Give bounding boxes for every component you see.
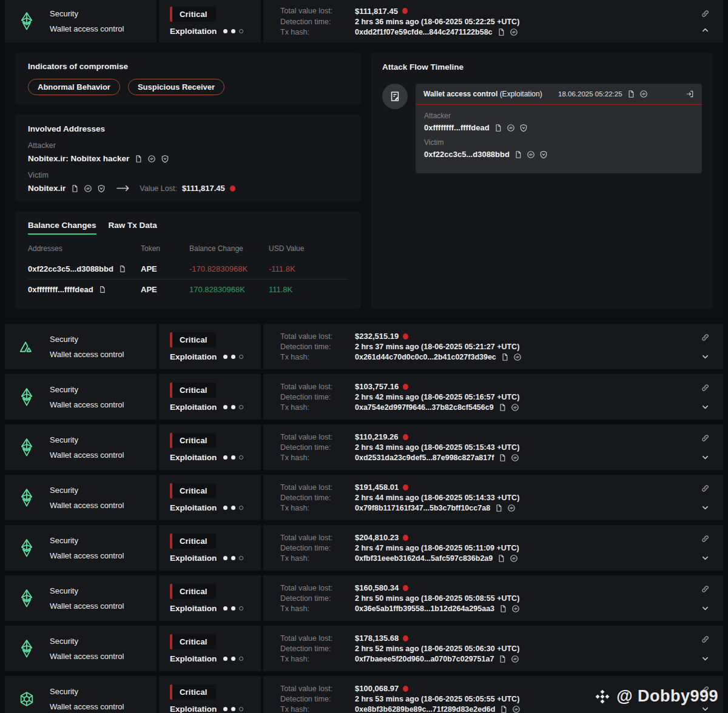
- open-external-icon[interactable]: [686, 90, 694, 98]
- value-lost: $111,817.45: [182, 184, 225, 193]
- copy-icon[interactable]: [498, 655, 507, 663]
- alert-row[interactable]: Security Wallet access control Critical …: [5, 324, 723, 369]
- expand-chevron-icon[interactable]: [701, 604, 710, 613]
- shield-icon[interactable]: [161, 155, 169, 163]
- alert-row[interactable]: Security Wallet access control Critical …: [5, 525, 723, 571]
- victim-name[interactable]: Nobitex.ir: [28, 184, 66, 193]
- copy-icon[interactable]: [70, 184, 79, 193]
- row-address[interactable]: 0xf22cc3c5...d3088bbd: [28, 264, 113, 273]
- severity-label: Critical: [180, 688, 216, 697]
- explorer-icon[interactable]: [84, 184, 92, 193]
- shield-icon[interactable]: [97, 184, 106, 193]
- alert-detail-section: Total value lost: $103,757.16 Detection …: [263, 374, 723, 420]
- expand-chevron-icon[interactable]: [701, 654, 710, 663]
- expand-chevron-icon[interactable]: [701, 554, 710, 563]
- victim-address[interactable]: 0xf22cc3c5...d3088bbd: [424, 150, 510, 159]
- explorer-icon[interactable]: [512, 705, 521, 713]
- permalink-icon[interactable]: [701, 534, 710, 543]
- col-usd-value: USD Value: [269, 244, 348, 253]
- shield-icon[interactable]: [519, 124, 528, 132]
- copy-icon[interactable]: [498, 403, 507, 412]
- copy-icon[interactable]: [134, 155, 143, 163]
- total-value-lost-label: Total value lost:: [280, 634, 355, 643]
- indicators-title: Indicators of compromise: [28, 62, 348, 71]
- ethereum-icon: [18, 488, 35, 507]
- permalink-icon[interactable]: [701, 433, 710, 443]
- total-value-lost-label: Total value lost:: [280, 383, 355, 391]
- tx-hash-label: Tx hash:: [280, 705, 355, 713]
- ethereum-icon: [18, 538, 35, 558]
- explorer-icon[interactable]: [510, 28, 518, 36]
- explorer-icon[interactable]: [639, 90, 648, 98]
- permalink-icon[interactable]: [701, 484, 710, 493]
- alert-title-section: Security Wallet access control: [5, 525, 157, 571]
- alert-severity-section: Critical Exploitation: [159, 374, 261, 420]
- copy-icon[interactable]: [500, 353, 509, 361]
- copy-icon[interactable]: [627, 90, 635, 98]
- alert-title-section: Security Wallet access control: [5, 374, 157, 420]
- stage-dot-hollow: [239, 355, 243, 359]
- explorer-icon[interactable]: [510, 554, 518, 563]
- severity-label: Critical: [180, 537, 216, 546]
- alert-row[interactable]: Security Wallet access control Critical …: [5, 575, 723, 621]
- copy-icon[interactable]: [499, 705, 508, 713]
- copy-icon[interactable]: [494, 504, 503, 512]
- alert-severity-section: Critical Exploitation: [159, 424, 261, 470]
- stage-dot-hollow: [239, 29, 243, 33]
- explorer-icon[interactable]: [511, 655, 519, 663]
- explorer-icon[interactable]: [511, 454, 519, 462]
- alert-row[interactable]: Security Wallet access control Critical …: [5, 626, 723, 671]
- explorer-icon[interactable]: [511, 604, 520, 613]
- attacker-address[interactable]: 0xffffffff...ffffdead: [424, 123, 490, 132]
- total-value-lost: $111,817.45: [355, 7, 398, 16]
- permalink-icon[interactable]: [701, 635, 710, 644]
- expand-chevron-icon[interactable]: [701, 403, 710, 412]
- permalink-icon[interactable]: [701, 333, 710, 342]
- permalink-icon[interactable]: [701, 9, 710, 18]
- copy-icon[interactable]: [498, 454, 507, 462]
- stage-label: Exploitation: [170, 654, 217, 663]
- stage-dot-filled: [223, 606, 228, 611]
- attacker-label: Attacker: [424, 112, 693, 120]
- alert-type: Wallet access control: [50, 652, 124, 661]
- copy-icon[interactable]: [497, 554, 505, 563]
- permalink-icon[interactable]: [701, 584, 710, 594]
- copy-icon[interactable]: [98, 286, 106, 293]
- expand-chevron-icon[interactable]: [701, 503, 710, 512]
- explorer-icon[interactable]: [147, 155, 156, 163]
- copy-icon[interactable]: [514, 150, 522, 159]
- alert-row[interactable]: Security Wallet access control Critical …: [5, 0, 723, 42]
- explorer-icon[interactable]: [513, 353, 522, 361]
- alert-row[interactable]: Security Wallet access control Critical …: [5, 424, 723, 470]
- alert-detail-section: Total value lost: $160,580.34 Detection …: [263, 575, 723, 621]
- copy-icon[interactable]: [499, 604, 507, 613]
- explorer-icon[interactable]: [507, 504, 516, 512]
- explorer-icon[interactable]: [511, 403, 519, 412]
- copy-icon[interactable]: [497, 28, 505, 36]
- alert-title-section: Security Wallet access control: [5, 475, 157, 520]
- tab-balance-changes[interactable]: Balance Changes: [28, 221, 96, 235]
- explorer-icon[interactable]: [527, 150, 535, 159]
- expand-chevron-icon[interactable]: [701, 453, 710, 462]
- copy-icon[interactable]: [118, 265, 126, 273]
- row-address[interactable]: 0xffffffff...ffffdead: [28, 285, 93, 294]
- detection-time: 2 hrs 50 mins ago (18-06-2025 05:08:55 +…: [355, 594, 520, 603]
- explorer-icon[interactable]: [507, 124, 515, 132]
- row-token: APE: [141, 285, 189, 294]
- alert-row[interactable]: Security Wallet access control Critical …: [5, 374, 723, 420]
- row-balance-change: -170.82830968K: [189, 264, 269, 273]
- alert-severity-section: Critical Exploitation: [159, 676, 261, 713]
- attacker-name[interactable]: Nobitex.ir: Nobitex hacker: [28, 154, 129, 163]
- expand-chevron-icon[interactable]: [701, 25, 710, 35]
- alert-title-section: Security Wallet access control: [5, 626, 157, 671]
- alert-detail-section: Total value lost: $178,135.68 Detection …: [263, 626, 723, 671]
- permalink-icon[interactable]: [701, 383, 710, 392]
- expand-chevron-icon[interactable]: [701, 705, 710, 713]
- tab-raw-tx-data[interactable]: Raw Tx Data: [109, 221, 157, 235]
- stage-dot-hollow: [239, 455, 243, 460]
- expand-chevron-icon[interactable]: [701, 352, 710, 361]
- shield-icon[interactable]: [539, 150, 548, 159]
- copy-icon[interactable]: [494, 124, 502, 132]
- total-value-lost: $204,810.23: [355, 533, 399, 542]
- alert-row[interactable]: Security Wallet access control Critical …: [5, 475, 723, 520]
